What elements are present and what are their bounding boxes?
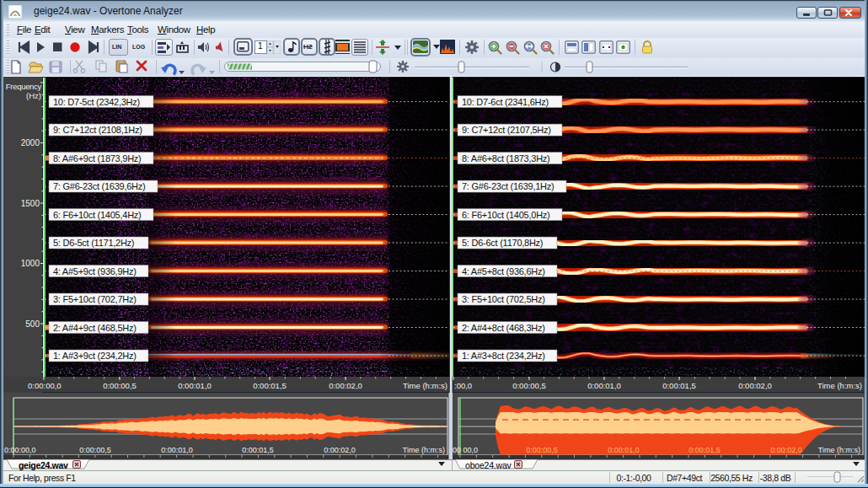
svg-text:8: A#6+8ct (1873,3Hz): 8: A#6+8ct (1873,3Hz) — [462, 153, 550, 164]
svg-text:0:00:01,0: 0:00:01,0 — [161, 446, 193, 454]
svg-text:9: C7+12ct (2108,1Hz): 9: C7+12ct (2108,1Hz) — [53, 125, 142, 135]
svg-text:0:00:01,0: 0:00:01,0 — [178, 381, 212, 390]
svg-text:0:00:01,0: 0:00:01,0 — [608, 446, 640, 454]
svg-text:1: A#3+9ct (234,2Hz): 1: A#3+9ct (234,2Hz) — [53, 351, 137, 361]
svg-text:0:00:01,5: 0:00:01,5 — [689, 446, 721, 454]
svg-text:Time (h:m:s): Time (h:m:s) — [403, 446, 445, 454]
svg-text:0:00:01,5: 0:00:01,5 — [242, 446, 274, 454]
svg-text:2: A#4+8ct (468,3Hz): 2: A#4+8ct (468,3Hz) — [462, 323, 545, 333]
svg-text:1: A#3+8ct (234,2Hz): 1: A#3+8ct (234,2Hz) — [462, 351, 545, 361]
svg-text:0:00:02,0: 0:00:02,0 — [329, 381, 362, 390]
svg-text:0:00:00,5: 0:00:00,5 — [526, 446, 558, 454]
svg-text:5: D6-6ct (1170,8Hz): 5: D6-6ct (1170,8Hz) — [462, 238, 543, 248]
svg-text:0:00:00,5: 0:00:00,5 — [79, 446, 111, 454]
svg-text:3: F5+10ct (702,7Hz): 3: F5+10ct (702,7Hz) — [53, 294, 137, 304]
svg-text:0:00:01,0: 0:00:01,0 — [587, 381, 621, 390]
svg-text:500: 500 — [25, 319, 40, 329]
svg-text:10: D7-6ct (2341,6Hz): 10: D7-6ct (2341,6Hz) — [462, 97, 549, 107]
svg-text:6: F6+10ct (1405,4Hz): 6: F6+10ct (1405,4Hz) — [53, 210, 142, 220]
svg-text:2000: 2000 — [21, 138, 40, 147]
svg-text:Time (h:m:s): Time (h:m:s) — [403, 381, 447, 390]
svg-text:0:00:02,0: 0:00:02,0 — [324, 446, 356, 454]
svg-text:Time (h:m:s): Time (h:m:s) — [817, 381, 862, 390]
svg-text:10: D7-5ct (2342,3Hz): 10: D7-5ct (2342,3Hz) — [53, 97, 140, 107]
svg-text:Time (h:m:s): Time (h:m:s) — [818, 446, 860, 454]
svg-text:0:00:00,5: 0:00:00,5 — [512, 381, 546, 390]
svg-text:00 00,0: 00 00,0 — [453, 446, 478, 454]
svg-text:7: G#6-23ct (1639,1Hz): 7: G#6-23ct (1639,1Hz) — [462, 181, 554, 191]
svg-text:0:00:01,5: 0:00:01,5 — [253, 381, 287, 390]
svg-text:6: F6+10ct (1405,0Hz): 6: F6+10ct (1405,0Hz) — [462, 210, 550, 220]
svg-text:1000: 1000 — [21, 259, 40, 268]
svg-text:9: C7+12ct (2107,5Hz): 9: C7+12ct (2107,5Hz) — [462, 125, 551, 135]
svg-text:0:00:00,0: 0:00:00,0 — [4, 446, 36, 454]
svg-text:5: D6-5ct (1171,2Hz): 5: D6-5ct (1171,2Hz) — [53, 238, 134, 248]
svg-text:0:00:00,5: 0:00:00,5 — [103, 381, 137, 390]
svg-text:2: A#4+9ct (468,5Hz): 2: A#4+9ct (468,5Hz) — [53, 323, 137, 333]
svg-text:4: A#5+9ct (936,9Hz): 4: A#5+9ct (936,9Hz) — [53, 266, 137, 276]
svg-text:0:00:01,5: 0:00:01,5 — [662, 381, 696, 390]
svg-text:8: A#6+9ct (1873,9Hz): 8: A#6+9ct (1873,9Hz) — [53, 153, 142, 164]
svg-text:0:00:02,0: 0:00:02,0 — [738, 381, 772, 390]
svg-text:7: G#6-23ct (1639,6Hz): 7: G#6-23ct (1639,6Hz) — [53, 181, 145, 191]
svg-text:0:00:02,0: 0:00:02,0 — [770, 446, 802, 454]
svg-text:Frequency: Frequency — [6, 82, 42, 91]
svg-text:0:00:00,0: 0:00:00,0 — [28, 381, 62, 390]
svg-text:4: A#5+8ct (936,6Hz): 4: A#5+8ct (936,6Hz) — [462, 266, 545, 276]
svg-text:3: F5+10ct (702,5Hz): 3: F5+10ct (702,5Hz) — [462, 294, 545, 304]
svg-text:1500: 1500 — [21, 199, 40, 208]
svg-text::00,0: :00,0 — [454, 381, 472, 390]
svg-text:(Hz): (Hz) — [26, 91, 41, 100]
